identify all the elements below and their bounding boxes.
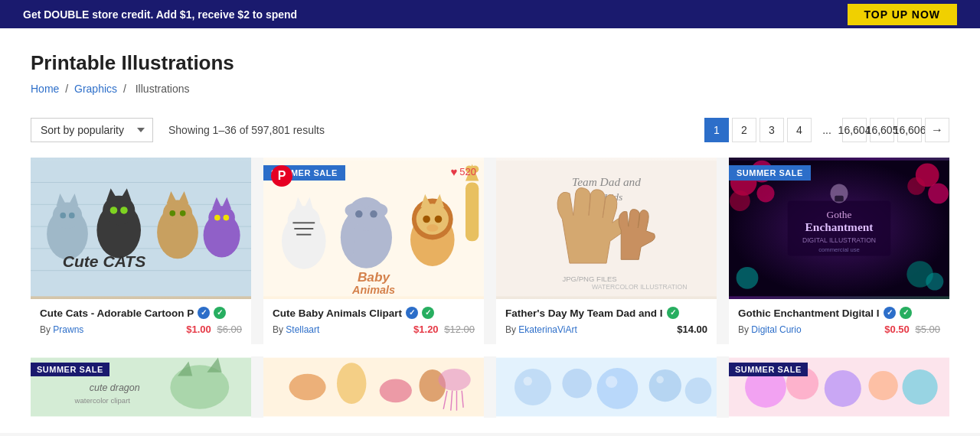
svg-point-10: [60, 213, 66, 219]
breadcrumb: Home / Graphics / Illustrations: [31, 83, 949, 95]
svg-point-28: [214, 215, 220, 221]
svg-point-51: [435, 216, 443, 223]
card-3-title: Father's Day My Team Dad and I ✓: [505, 307, 707, 319]
page-btn-4[interactable]: 4: [787, 118, 812, 142]
card-4-price-sale: $0.50: [884, 324, 910, 335]
svg-text:Gothe: Gothe: [827, 209, 852, 220]
product-card-3[interactable]: Team Dad and I 5 Kids JPG/PNG FILES WATE…: [496, 158, 717, 344]
breadcrumb-current: Illustrations: [136, 83, 190, 95]
card-2-title: Cute Baby Animals Clipart ✓ ✓: [273, 307, 475, 319]
svg-point-100: [562, 369, 591, 398]
page-btn-2[interactable]: 2: [732, 118, 756, 142]
filter-row: Sort by popularity Showing 1–36 of 597,8…: [31, 118, 949, 142]
bottom-cards-row: cute dragon watercolor clipart SUMMER SA…: [31, 356, 949, 418]
card-4-author-row: By Digital Curio $0.50 $5.00: [738, 324, 940, 335]
svg-text:Animals: Animals: [351, 284, 395, 296]
pagination-next[interactable]: →: [925, 118, 949, 142]
verified-green-icon-2: ✓: [422, 307, 434, 319]
breadcrumb-sep2: /: [123, 83, 129, 95]
card-3-price-single: $14.00: [677, 324, 707, 335]
card-1-author-link[interactable]: Prawns: [53, 324, 83, 335]
svg-point-42: [367, 203, 387, 217]
page-btn-1[interactable]: 1: [704, 118, 729, 142]
product-card-4[interactable]: Gothe Enchantment DIGITAL ILLUSTRATION c…: [729, 158, 949, 344]
svg-point-74: [926, 273, 943, 291]
card-1-price: $1.00 $6.00: [186, 324, 242, 335]
svg-point-93: [438, 369, 470, 391]
bottom-card-1-badge: SUMMER SALE: [31, 363, 109, 376]
svg-point-44: [370, 210, 377, 218]
product-card-2[interactable]: Baby Animals SUMMER SALE P ♥ 520 Cute Ba…: [263, 158, 484, 344]
card-2-author-link[interactable]: Stellaart: [286, 324, 319, 335]
svg-point-68: [756, 184, 774, 202]
card-4-info: Gothic Enchantment Digital I ✓ ✓ By Digi…: [729, 299, 949, 344]
svg-point-11: [69, 213, 75, 219]
breadcrumb-graphics[interactable]: Graphics: [74, 83, 117, 95]
results-count: Showing 1–36 of 597,801 results: [168, 124, 325, 136]
product-card-1[interactable]: Cute CATS Cute Cats - Adorable Cartoon P…: [31, 158, 251, 344]
page-btn-16605[interactable]: 16,605: [870, 118, 894, 142]
svg-point-90: [337, 363, 366, 404]
bottom-card-1[interactable]: cute dragon watercolor clipart SUMMER SA…: [31, 356, 251, 418]
card-1-price-original: $6.00: [217, 324, 242, 335]
svg-point-7: [53, 202, 82, 229]
svg-point-29: [224, 215, 230, 221]
bottom-card-4-badge: SUMMER SALE: [729, 363, 808, 376]
svg-text:Cute CATS: Cute CATS: [63, 252, 146, 270]
card-4-author-link[interactable]: Digital Curio: [751, 324, 801, 335]
svg-point-41: [345, 203, 366, 217]
svg-point-105: [606, 376, 617, 388]
card-4-price-original: $5.00: [915, 324, 940, 335]
svg-point-104: [524, 377, 533, 386]
card-4-price: $0.50 $5.00: [884, 324, 940, 335]
sort-select[interactable]: Sort by popularity: [31, 118, 153, 142]
heart-icon-2: ♥: [450, 165, 457, 178]
breadcrumb-sep1: /: [65, 83, 71, 95]
svg-text:Team Dad and: Team Dad and: [572, 175, 641, 188]
card-2-author: By Stellaart: [273, 324, 319, 335]
svg-point-103: [685, 378, 712, 405]
bottom-card-3-image: [496, 356, 717, 418]
svg-text:WATERCOLOR ILLUSTRATION: WATERCOLOR ILLUSTRATION: [592, 283, 687, 291]
card-4-title: Gothic Enchantment Digital I ✓ ✓: [738, 307, 940, 319]
card-3-author-row: By EkaterinaViArt $14.00: [505, 324, 707, 335]
verified-blue-icon-4: ✓: [884, 307, 896, 319]
svg-text:cute dragon: cute dragon: [90, 382, 140, 393]
svg-rect-53: [466, 183, 479, 242]
page-title: Printable Illustrations: [31, 51, 949, 75]
card-2-price: $1.20 $12.00: [413, 324, 475, 335]
top-banner: Get DOUBLE store credit. Add $1, receive…: [0, 0, 980, 28]
main-content: Printable Illustrations Home / Graphics …: [0, 28, 980, 433]
like-number-2: 520: [459, 166, 476, 177]
pinterest-icon-2[interactable]: P: [271, 165, 292, 187]
card-4-sale-badge: SUMMER SALE: [729, 165, 811, 181]
svg-point-111: [868, 371, 897, 400]
card-3-author-link[interactable]: EkaterinaViArt: [518, 324, 577, 335]
product-grid: Cute CATS Cute Cats - Adorable Cartoon P…: [31, 158, 949, 344]
pagination: 1 2 3 4 ... 16,604 16,605 16,606 →: [704, 118, 949, 142]
top-up-button[interactable]: TOP UP NOW: [848, 4, 957, 25]
page-btn-16604[interactable]: 16,604: [842, 118, 867, 142]
like-count-2: ♥ 520: [450, 165, 476, 178]
svg-point-89: [289, 374, 326, 401]
verified-blue-icon-2: ✓: [406, 307, 418, 319]
verified-green-icon-3: ✓: [667, 307, 679, 319]
bottom-card-4[interactable]: SUMMER SALE: [729, 356, 949, 418]
svg-text:JPG/PNG FILES: JPG/PNG FILES: [562, 275, 616, 283]
svg-point-102: [649, 369, 681, 402]
svg-point-99: [514, 369, 551, 405]
svg-point-70: [928, 183, 949, 203]
bottom-card-3[interactable]: [496, 356, 717, 418]
svg-point-91: [380, 379, 412, 402]
svg-point-67: [730, 190, 750, 211]
bottom-card-2[interactable]: [263, 356, 484, 418]
page-btn-16606[interactable]: 16,606: [897, 118, 922, 142]
filter-left: Sort by popularity Showing 1–36 of 597,8…: [31, 118, 325, 142]
card-1-author-row: By Prawns $1.00 $6.00: [40, 324, 242, 335]
breadcrumb-home[interactable]: Home: [31, 83, 59, 95]
card-1-title: Cute Cats - Adorable Cartoon P ✓ ✓: [40, 307, 242, 319]
card-4-author: By Digital Curio: [738, 324, 802, 335]
card-1-image: Cute CATS: [31, 158, 251, 299]
page-btn-3[interactable]: 3: [760, 118, 784, 142]
pagination-dots: ...: [815, 118, 839, 142]
